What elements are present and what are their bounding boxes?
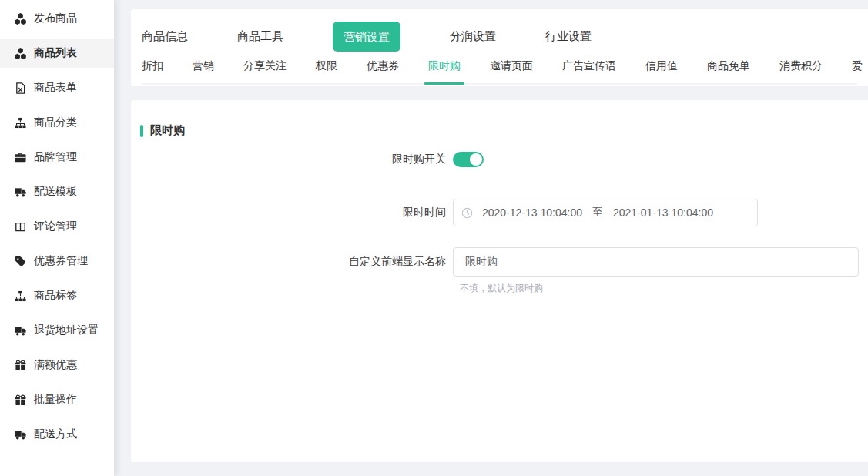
limit-buy-form: 限时购开关 限时时间 2020-12-13 10:04:00 至 2021-01… (140, 152, 859, 295)
main-area: 商品信息 商品工具 营销设置 分润设置 行业设置 折扣 营销 分享关注 权限 优… (131, 0, 868, 476)
main-tabs: 商品信息 商品工具 营销设置 分润设置 行业设置 (142, 22, 857, 52)
sidebar-item-shipping-method[interactable]: 配送方式 (0, 420, 114, 449)
tab-industry-settings[interactable]: 行业设置 (545, 29, 592, 44)
sidebar-item-label: 发布商品 (34, 12, 77, 25)
tab-marketing-settings[interactable]: 营销设置 (333, 22, 400, 52)
date-start-value: 2020-12-13 10:04:00 (482, 206, 582, 219)
sitemap-icon (15, 290, 26, 302)
columns-icon (15, 221, 26, 233)
limit-buy-toggle[interactable] (453, 152, 484, 167)
cubes-icon (15, 13, 26, 25)
tab-profit-settings[interactable]: 分润设置 (450, 29, 496, 44)
form-row-name: 自定义前端显示名称 (140, 247, 859, 277)
gift-icon (15, 394, 26, 406)
form-row-hint: 不填，默认为限时购 (140, 282, 859, 295)
sidebar-item-label: 商品列表 (34, 46, 77, 60)
subtab-invite-page[interactable]: 邀请页面 (490, 59, 533, 83)
form-row-time: 限时时间 2020-12-13 10:04:00 至 2021-01-13 10… (140, 199, 859, 226)
sidebar-item-label: 批量操作 (34, 393, 77, 407)
tab-goods-tools[interactable]: 商品工具 (237, 29, 283, 44)
subtab-discount[interactable]: 折扣 (142, 59, 163, 83)
sidebar-item-shipping-template[interactable]: 配送模板 (0, 177, 114, 206)
tab-goods-info[interactable]: 商品信息 (142, 29, 188, 44)
sitemap-icon (15, 117, 26, 129)
sidebar-item-label: 优惠券管理 (34, 254, 88, 268)
sidebar-item-label: 配送模板 (34, 185, 77, 199)
sidebar-item-label: 品牌管理 (34, 150, 77, 164)
date-end-value: 2021-01-13 10:04:00 (613, 206, 713, 219)
sidebar-item-publish-goods[interactable]: 发布商品 (0, 4, 114, 33)
sidebar: 发布商品 商品列表 商品表单 商品分类 品牌管理 配送模板 评论管理 优惠券管理… (0, 0, 114, 476)
sidebar-item-label: 商品分类 (34, 116, 77, 129)
sub-tabs: 折扣 营销 分享关注 权限 优惠券 限时购 邀请页面 广告宣传语 信用值 商品免… (142, 59, 857, 85)
sidebar-item-goods-tags[interactable]: 商品标签 (0, 281, 114, 310)
tabs-card: 商品信息 商品工具 营销设置 分润设置 行业设置 折扣 营销 分享关注 权限 优… (131, 9, 868, 86)
sidebar-item-label: 商品表单 (34, 81, 77, 95)
sidebar-item-full-discount[interactable]: 满额优惠 (0, 350, 114, 380)
file-excel-icon (15, 82, 26, 94)
subtab-consume-points[interactable]: 消费积分 (779, 59, 823, 83)
subtab-credit-value[interactable]: 信用值 (645, 59, 678, 83)
sidebar-item-goods-list[interactable]: 商品列表 (0, 39, 114, 68)
form-row-switch: 限时购开关 (140, 152, 859, 167)
subtab-ad-slogan[interactable]: 广告宣传语 (562, 59, 616, 83)
switch-label: 限时购开关 (140, 153, 453, 166)
sidebar-item-goods-category[interactable]: 商品分类 (0, 108, 114, 137)
sidebar-item-label: 退货地址设置 (34, 323, 99, 337)
sidebar-item-label: 配送方式 (34, 427, 77, 441)
subtab-limit-buy[interactable]: 限时购 (428, 59, 461, 83)
sidebar-item-brand-management[interactable]: 品牌管理 (0, 142, 114, 172)
tag-icon (15, 256, 26, 267)
section-title: 限时购 (150, 123, 185, 138)
sidebar-item-label: 评论管理 (34, 220, 77, 233)
display-name-input[interactable] (453, 247, 859, 277)
sidebar-item-batch-operation[interactable]: 批量操作 (0, 385, 114, 414)
truck-icon (15, 429, 26, 441)
section-accent-bar (140, 125, 143, 137)
sidebar-item-goods-form[interactable]: 商品表单 (0, 73, 114, 102)
gift-icon (15, 360, 26, 371)
subtab-goods-free[interactable]: 商品免单 (707, 59, 750, 83)
truck-icon (15, 186, 26, 198)
date-range-input[interactable]: 2020-12-13 10:04:00 至 2021-01-13 10:04:0… (453, 199, 758, 226)
display-name-label: 自定义前端显示名称 (140, 255, 453, 269)
sidebar-item-label: 满额优惠 (34, 358, 77, 372)
date-separator: 至 (592, 206, 603, 220)
clock-icon (461, 207, 473, 219)
cubes-icon (15, 48, 26, 59)
sidebar-item-label: 商品标签 (34, 289, 77, 303)
sidebar-item-coupon-management[interactable]: 优惠券管理 (0, 246, 114, 276)
time-label: 限时时间 (140, 206, 453, 220)
subtab-coupon[interactable]: 优惠券 (367, 59, 399, 83)
subtab-marketing[interactable]: 营销 (193, 59, 214, 83)
truck-icon (15, 325, 26, 337)
sidebar-item-review-management[interactable]: 评论管理 (0, 212, 114, 241)
briefcase-icon (15, 152, 26, 163)
subtab-share-follow[interactable]: 分享关注 (243, 59, 287, 83)
section-header: 限时购 (140, 123, 859, 138)
subtab-permission[interactable]: 权限 (316, 59, 337, 83)
toggle-knob-icon (470, 153, 482, 166)
sidebar-item-return-address[interactable]: 退货地址设置 (0, 316, 114, 345)
limit-buy-panel: 限时购 限时购开关 限时时间 2020-12-13 10:04:00 至 202… (131, 100, 868, 462)
display-name-hint: 不填，默认为限时购 (460, 282, 543, 295)
subtab-partial[interactable]: 爱 (852, 59, 863, 83)
